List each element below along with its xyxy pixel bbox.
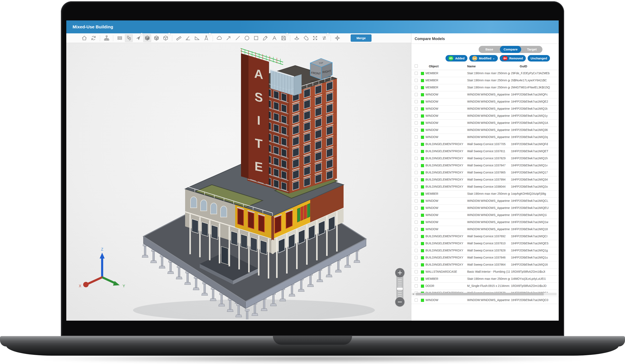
swap-compare-icon[interactable]: [320, 34, 328, 42]
table-row[interactable]: WALLSTANDARDCASE Basic Wall:Interior - P…: [411, 269, 559, 276]
zoom-in-button[interactable]: [395, 268, 405, 277]
row-checkbox[interactable]: [415, 178, 418, 181]
filter-removed[interactable]: 84 Removed: [500, 55, 526, 61]
row-checkbox[interactable]: [415, 86, 418, 89]
table-row[interactable]: MEMBER Stair:190mm max riser 250mm goi..…: [411, 77, 559, 84]
row-checkbox[interactable]: [415, 185, 418, 188]
zoom-slider[interactable]: [395, 268, 405, 306]
table-row[interactable]: BUILDINGELEMENTPROXY Wall Sweep:Cornice:…: [411, 233, 559, 240]
markup-arrow-icon[interactable]: [224, 34, 232, 42]
walkthrough-icon[interactable]: [125, 34, 133, 42]
markup-freehand-icon[interactable]: [261, 34, 269, 42]
row-checkbox[interactable]: [415, 100, 418, 103]
explode-icon[interactable]: [311, 34, 319, 42]
table-row[interactable]: WINDOW WINDOW:WINDOWS_Appartment... 1tHF…: [411, 120, 559, 127]
row-checkbox[interactable]: [415, 299, 418, 302]
paint-icon[interactable]: [302, 34, 310, 42]
table-row[interactable]: MEMBER Stair:190mm max riser 250mm goi..…: [411, 276, 559, 283]
merge-button[interactable]: Merge: [351, 34, 372, 42]
row-checkbox[interactable]: [415, 79, 418, 82]
row-checkbox[interactable]: [415, 263, 418, 266]
tab-base[interactable]: Base: [479, 46, 500, 53]
row-checkbox[interactable]: [415, 249, 418, 252]
markup-text-icon[interactable]: [270, 34, 278, 42]
markup-cloud-icon[interactable]: [215, 34, 223, 42]
row-checkbox[interactable]: [415, 277, 418, 280]
render-solid-icon[interactable]: [143, 34, 151, 42]
scrollbar-thumb[interactable]: [416, 293, 544, 295]
zoom-out-button[interactable]: [395, 297, 405, 306]
table-row[interactable]: WINDOW WINDOW:WINDOWS_Appartment... 1tHF…: [411, 105, 559, 113]
row-checkbox[interactable]: [415, 143, 418, 146]
row-checkbox[interactable]: [415, 93, 418, 96]
measure-distance-icon[interactable]: [175, 34, 183, 42]
filter-modified[interactable]: 64 Modified ⌄: [469, 55, 498, 61]
table-row[interactable]: WINDOW WINDOW:WINDOWS_Appartment... 1tHF…: [411, 134, 559, 141]
horizontal-scrollbar[interactable]: [412, 293, 557, 295]
table-row[interactable]: WINDOW WINDOW:WINDOWS_Appartment... 1tHF…: [411, 98, 559, 105]
row-checkbox[interactable]: [415, 235, 418, 238]
table-row[interactable]: BUILDINGELEMENTPROXY Wall Sweep:Cornice:…: [411, 155, 559, 162]
row-checkbox[interactable]: [415, 171, 418, 174]
table-row[interactable]: WINDOW WINDOW:WINDOWS_Appartment... 1tHF…: [411, 205, 559, 212]
measure-angle-icon[interactable]: [184, 34, 192, 42]
compare-results-table[interactable]: MEMBER Stair:190mm max riser 250mm goi..…: [411, 70, 559, 304]
row-checkbox[interactable]: [415, 192, 418, 195]
row-checkbox[interactable]: [415, 121, 418, 124]
row-checkbox[interactable]: [415, 221, 418, 224]
table-row[interactable]: WINDOW WINDOW:WINDOWS_Appartment... 1tHF…: [411, 219, 559, 226]
orbit-icon[interactable]: [116, 34, 124, 42]
view-cube[interactable]: TOP FRONT RIGHT: [308, 55, 339, 84]
table-row[interactable]: BUILDINGELEMENTPROXY Wall Sweep:Cornice:…: [411, 141, 559, 148]
table-row[interactable]: MEMBER Stair:190mm max riser 250mm goi..…: [411, 190, 559, 198]
table-row[interactable]: BUILDINGELEMENTPROXY Wall Sweep:Cornice:…: [411, 247, 559, 254]
row-checkbox[interactable]: [415, 72, 418, 75]
section-plane-icon[interactable]: [293, 34, 301, 42]
viewport-3d[interactable]: ASITE TOP FRONT RIGHT Z: [66, 43, 411, 321]
row-checkbox[interactable]: [415, 206, 418, 210]
table-row[interactable]: WINDOW WINDOW:WINDOWS_Appartment... 1tHF…: [411, 212, 559, 219]
zoom-handle[interactable]: [397, 288, 403, 290]
refresh-icon[interactable]: [90, 34, 97, 42]
table-row[interactable]: WINDOW WINDOW:WINDOWS_Appartment... 1tHF…: [411, 226, 559, 233]
measure-area-icon[interactable]: [193, 34, 201, 42]
table-row[interactable]: BUILDINGELEMENTPROXY Wall Sweep:Cornice:…: [411, 148, 559, 155]
render-shaded-icon[interactable]: [152, 34, 160, 42]
table-row[interactable]: MEMBER Stair:190mm max riser 250mm goi..…: [411, 84, 559, 91]
markup-line-icon[interactable]: [234, 34, 242, 42]
markup-ellipse-icon[interactable]: [243, 34, 251, 42]
table-row[interactable]: WINDOW WINDOW:WINDOWS_Appartment... 1tHF…: [411, 91, 559, 98]
row-checkbox[interactable]: [415, 136, 418, 139]
filter-unchanged[interactable]: Unchanged: [528, 55, 550, 61]
row-checkbox[interactable]: [415, 228, 418, 231]
filter-added[interactable]: 65 Added: [445, 55, 468, 61]
row-checkbox[interactable]: [415, 107, 418, 110]
table-row[interactable]: WINDOW WINDOW:WINDOWS_Appartment... 1tHF…: [411, 297, 559, 304]
select-all-checkbox[interactable]: [415, 64, 418, 67]
row-checkbox[interactable]: [415, 213, 418, 217]
markup-rectangle-icon[interactable]: [252, 34, 260, 42]
scroll-left-arrow-icon[interactable]: [412, 293, 414, 295]
row-checkbox[interactable]: [415, 270, 418, 273]
row-checkbox[interactable]: [415, 256, 418, 259]
table-row[interactable]: WINDOW WINDOW:WINDOWS_Appartment... 1tHF…: [411, 113, 559, 120]
table-row[interactable]: BUILDINGELEMENTPROXY Wall Sweep:Cornice:…: [411, 183, 559, 190]
table-row[interactable]: WINDOW WINDOW:WINDOWS_Appartment... 1tHF…: [411, 127, 559, 134]
table-row[interactable]: DOOR M_Single-Flush:0915 x 2134mm:1... 1…: [411, 283, 559, 290]
row-checkbox[interactable]: [415, 164, 418, 167]
row-checkbox[interactable]: [415, 199, 418, 202]
table-row[interactable]: BUILDINGELEMENTPROXY Wall Sweep:Cornice:…: [411, 162, 559, 169]
row-checkbox[interactable]: [415, 114, 418, 117]
row-checkbox[interactable]: [415, 157, 418, 160]
tab-compare[interactable]: Compare: [500, 46, 521, 53]
navigate-icon[interactable]: [134, 34, 142, 42]
home-icon[interactable]: [80, 34, 88, 42]
row-checkbox[interactable]: [415, 150, 418, 153]
table-row[interactable]: BUILDINGELEMENTPROXY Wall Sweep:Cornice:…: [411, 176, 559, 183]
render-wireframe-icon[interactable]: [161, 34, 169, 42]
dimension-icon[interactable]: [202, 34, 210, 42]
model-tree-icon[interactable]: [103, 34, 110, 42]
table-row[interactable]: BUILDINGELEMENTPROXY Wall Sweep:Cornice:…: [411, 169, 559, 176]
table-row[interactable]: MEMBER Stair:190mm max riser 250mm goi..…: [411, 70, 559, 77]
save-markup-icon[interactable]: [280, 34, 287, 42]
